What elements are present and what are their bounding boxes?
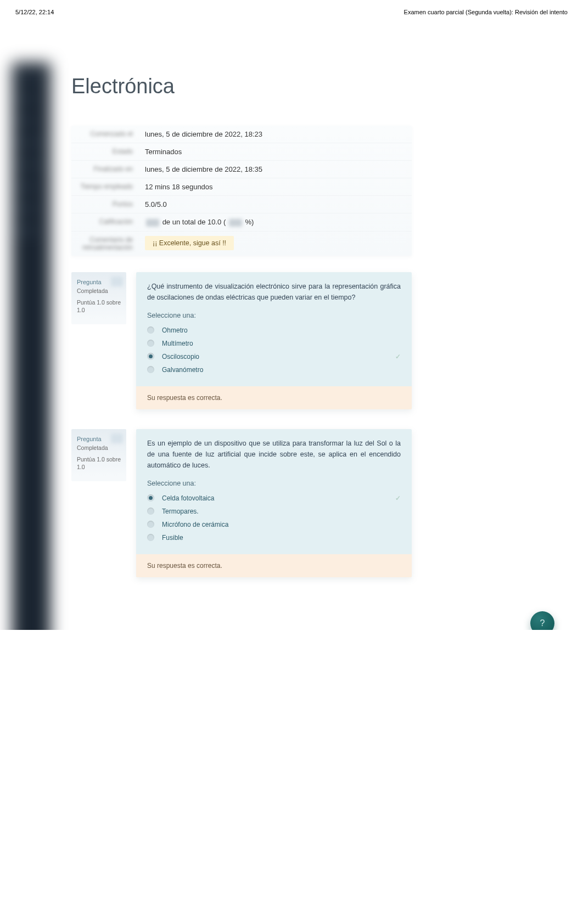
question-status: Completada [77, 288, 121, 294]
radio-icon[interactable] [147, 534, 154, 541]
question-block: PreguntaCompletadaPuntúa 1.0 sobre 1.0Es… [71, 429, 412, 577]
grade-obscured [146, 219, 159, 227]
option-text: Ohmetro [162, 326, 188, 334]
question-block: PreguntaCompletadaPuntúa 1.0 sobre 1.0¿Q… [71, 272, 412, 409]
summary-feedback: ¡¡ Excelente, sigue así !! [138, 232, 412, 255]
grade-value: de un total de 10.0 ( %) [138, 213, 412, 231]
sidebar-item[interactable] [15, 74, 43, 80]
option-text: Osciloscopio [162, 353, 199, 360]
options-list: Celda fotovoltaicaTermopares.Micrófono d… [136, 489, 412, 554]
grade-text-end: %) [245, 218, 254, 226]
question-prompt: Seleccione una: [136, 308, 412, 322]
chat-icon: ? [540, 618, 545, 628]
radio-icon[interactable] [147, 494, 154, 502]
question-label: Pregunta [77, 279, 121, 285]
summary-value: Terminados [138, 143, 412, 160]
radio-icon[interactable] [147, 340, 154, 347]
option-row[interactable]: Celda fotovoltaica [147, 492, 401, 505]
option-text: Celda fotovoltaica [162, 494, 214, 502]
print-title: Examen cuarto parcial (Segunda vuelta): … [404, 9, 568, 15]
sidebar-item[interactable] [15, 139, 43, 146]
radio-icon[interactable] [147, 326, 154, 334]
summary-value: lunes, 5 de diciembre de 2022, 18:35 [138, 161, 412, 178]
question-body: Es un ejemplo de un dispositivo que se u… [136, 429, 412, 577]
grade-obscured [229, 219, 242, 227]
question-info: PreguntaCompletadaPuntúa 1.0 sobre 1.0 [71, 272, 126, 324]
radio-icon[interactable] [147, 366, 154, 373]
feedback-pill: ¡¡ Excelente, sigue así !! [145, 236, 234, 250]
question-feedback: Su respuesta es correcta. [136, 386, 412, 409]
sidebar-item[interactable] [15, 117, 37, 124]
summary-label: Tiempo empleado [71, 178, 138, 195]
summary-value: lunes, 5 de diciembre de 2022, 18:23 [138, 126, 412, 143]
question-text: Es un ejemplo de un dispositivo que se u… [136, 429, 412, 476]
option-text: Fusible [162, 534, 183, 542]
summary-value: 12 mins 18 segundos [138, 178, 412, 195]
option-row[interactable]: Galvanómetro [147, 363, 401, 376]
radio-icon[interactable] [147, 508, 154, 515]
summary-value: 5.0/5.0 [138, 196, 412, 213]
question-feedback: Su respuesta es correcta. [136, 554, 412, 577]
attempt-summary: Comenzado el lunes, 5 de diciembre de 20… [71, 126, 412, 256]
question-score: Puntúa 1.0 sobre 1.0 [77, 298, 121, 314]
summary-label: Comentario de retroalimentación [71, 232, 138, 256]
question-score: Puntúa 1.0 sobre 1.0 [77, 455, 121, 471]
question-prompt: Seleccione una: [136, 476, 412, 489]
radio-icon[interactable] [147, 353, 154, 360]
question-text: ¿Qué instrumento de visualización electr… [136, 272, 412, 308]
sidebar-item[interactable] [15, 205, 37, 212]
question-info: PreguntaCompletadaPuntúa 1.0 sobre 1.0 [71, 429, 126, 481]
summary-label: Comenzado el [71, 126, 138, 142]
breadcrumb [49, 20, 567, 49]
options-list: OhmetroMultímetroOsciloscopioGalvanómetr… [136, 322, 412, 386]
left-sidebar [12, 63, 51, 630]
question-label: Pregunta [77, 436, 121, 442]
option-row[interactable]: Osciloscopio [147, 350, 401, 363]
page-title: Electrónica [71, 75, 545, 98]
question-body: ¿Qué instrumento de visualización electr… [136, 272, 412, 409]
option-row[interactable]: Micrófono de cerámica [147, 518, 401, 531]
summary-label: Finalizado en [71, 161, 138, 177]
summary-label: Puntos [71, 196, 138, 212]
sidebar-item[interactable] [15, 227, 37, 234]
option-row[interactable]: Termopares. [147, 505, 401, 518]
option-row[interactable]: Multímetro [147, 337, 401, 350]
option-row[interactable]: Ohmetro [147, 324, 401, 337]
option-row[interactable]: Fusible [147, 531, 401, 544]
option-text: Multímetro [162, 340, 193, 347]
sidebar-item[interactable] [15, 183, 37, 190]
print-header: 5/12/22, 22:14 Examen cuarto parcial (Se… [0, 0, 583, 20]
option-text: Termopares. [162, 508, 199, 515]
sidebar-item[interactable] [15, 161, 43, 168]
option-text: Micrófono de cerámica [162, 521, 228, 528]
grade-text-mid: de un total de 10.0 ( [162, 218, 226, 226]
sidebar-item[interactable] [15, 95, 37, 102]
print-timestamp: 5/12/22, 22:14 [15, 9, 54, 15]
question-status: Completada [77, 444, 121, 451]
summary-label: Calificación [71, 213, 138, 230]
radio-icon[interactable] [147, 521, 154, 528]
summary-label: Estado [71, 143, 138, 160]
option-text: Galvanómetro [162, 366, 203, 374]
